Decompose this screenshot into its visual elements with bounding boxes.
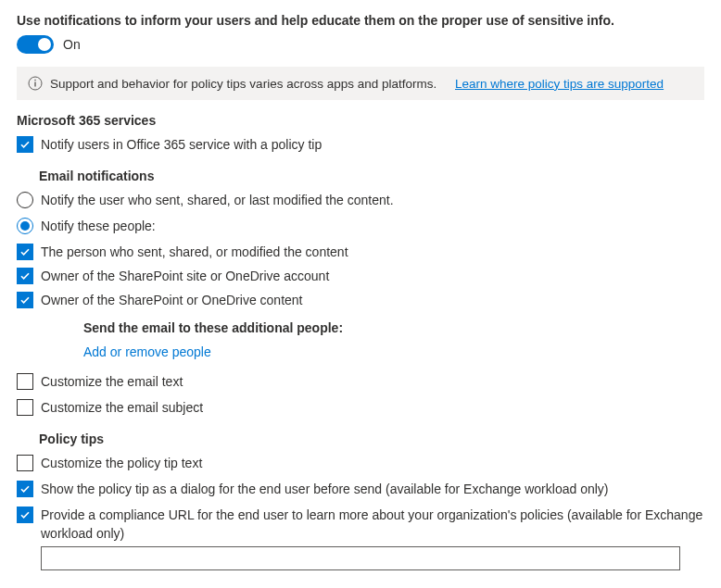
checkbox-custom-email-text[interactable] (17, 373, 33, 390)
checkbox-site-owner[interactable] (17, 268, 33, 284)
compliance-url-input[interactable] (41, 546, 680, 570)
add-remove-people-link[interactable]: Add or remove people (83, 344, 211, 359)
radio-notify-sender-label: Notify the user who sent, shared, or las… (41, 191, 394, 209)
checkbox-custom-tip-text[interactable] (17, 455, 33, 471)
checkmark-icon (19, 509, 31, 520)
checkbox-compliance-url-label: Provide a compliance URL for the end use… (41, 507, 702, 541)
page-description: Use notifications to inform your users a… (17, 13, 704, 28)
notify-users-label: Notify users in Office 365 service with … (41, 135, 322, 154)
radio-notify-sender[interactable] (17, 192, 33, 208)
info-icon (28, 76, 43, 91)
checkbox-tip-dialog-label: Show the policy tip as a dialog for the … (41, 480, 608, 498)
checkbox-custom-email-subject-label: Customize the email subject (41, 398, 203, 417)
toggle-label: On (63, 37, 81, 52)
checkmark-icon (19, 139, 31, 150)
info-bar-link[interactable]: Learn where policy tips are supported (455, 77, 664, 91)
services-heading: Microsoft 365 services (17, 113, 704, 128)
email-notifications-heading: Email notifications (39, 169, 704, 183)
toggle-knob-icon (38, 38, 51, 51)
checkmark-icon (19, 483, 31, 494)
checkbox-site-owner-label: Owner of the SharePoint site or OneDrive… (41, 267, 329, 285)
radio-notify-people-label: Notify these people: (41, 217, 156, 235)
radio-notify-people[interactable] (17, 218, 33, 234)
checkbox-content-owner[interactable] (17, 292, 33, 308)
checkmark-icon (19, 246, 31, 257)
additional-people-heading: Send the email to these additional peopl… (83, 320, 704, 335)
checkmark-icon (19, 294, 31, 306)
checkbox-person-sent-label: The person who sent, shared, or modified… (41, 243, 348, 261)
info-bar-text: Support and behavior for policy tips var… (50, 77, 436, 91)
notify-users-checkbox[interactable] (17, 136, 33, 153)
checkbox-tip-dialog[interactable] (17, 481, 33, 497)
checkmark-icon (19, 270, 31, 281)
checkbox-compliance-url[interactable] (17, 507, 33, 523)
notifications-toggle[interactable] (17, 35, 54, 54)
checkbox-custom-tip-text-label: Customize the policy tip text (41, 454, 202, 472)
checkbox-custom-email-text-label: Customize the email text (41, 372, 183, 391)
policy-tips-heading: Policy tips (39, 432, 704, 446)
checkbox-custom-email-subject[interactable] (17, 399, 33, 416)
checkbox-person-sent[interactable] (17, 244, 33, 260)
svg-rect-1 (34, 82, 35, 87)
svg-rect-2 (34, 80, 35, 81)
info-bar: Support and behavior for policy tips var… (17, 67, 704, 100)
checkbox-content-owner-label: Owner of the SharePoint or OneDrive cont… (41, 291, 302, 309)
